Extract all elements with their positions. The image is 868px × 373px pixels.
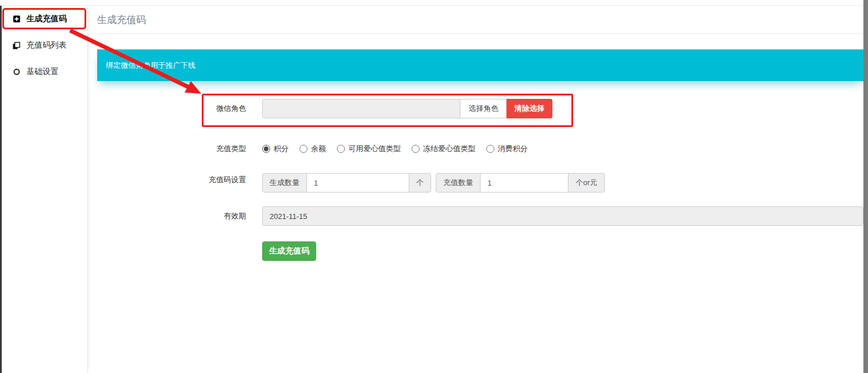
circle-icon [13,68,20,75]
radio-option-frozen-love-value[interactable]: 冻结爱心值类型 [412,144,475,154]
validity-label: 有效期 [97,211,262,221]
title-divider [97,33,863,34]
recharge-type-label: 充值类型 [97,144,262,154]
vertical-scrollbar[interactable] [863,0,868,373]
validity-field-area [262,206,863,226]
radio-option-consumption-points[interactable]: 消费积分 [486,144,528,154]
radio-balance[interactable] [299,145,308,153]
wechat-role-row: 微信角色 选择角色 清除选择 [97,99,863,118]
radio-option-balance[interactable]: 余额 [299,144,326,154]
recharge-amount-input[interactable] [480,173,569,193]
radio-option-available-love-value[interactable]: 可用爱心值类型 [337,144,401,154]
window-top-edge [0,0,863,6]
radio-frozen-love-value[interactable] [412,145,420,153]
recharge-type-row: 充值类型 积分 余额 可用爱心值类型 冻结爱心值类型 消费积分 [97,144,863,154]
sidebar-item-label: 基础设置 [26,67,59,77]
wechat-role-input[interactable] [262,99,460,118]
radio-option-points[interactable]: 积分 [262,144,289,154]
code-settings-row: 充值码设置 生成数量 个 充值数量 个or元 [97,173,863,193]
radio-available-love-value[interactable] [337,145,345,153]
sidebar-item-label: 生成充值码 [26,14,67,24]
select-role-button[interactable]: 选择角色 [460,99,507,118]
sidebar-item-generate-code[interactable]: 生成充值码 [2,9,87,29]
radio-points[interactable] [262,145,270,153]
validity-date-input[interactable] [262,206,863,226]
generate-count-input[interactable] [306,173,409,193]
wechat-role-banner: 绑定微信角色用于推广下线 [97,49,863,81]
generate-count-group: 生成数量 个 [262,173,431,193]
sidebar-item-label: 充值码列表 [26,40,67,51]
generate-count-unit: 个 [409,173,431,193]
recharge-type-options: 积分 余额 可用爱心值类型 冻结爱心值类型 消费积分 [262,144,863,154]
radio-label: 可用爱心值类型 [348,144,401,154]
wechat-role-label: 微信角色 [97,103,262,114]
generate-code-button[interactable]: 生成充值码 [262,241,316,261]
copy-icon [13,42,20,49]
generate-count-addon: 生成数量 [262,173,307,193]
sidebar: 生成充值码 充值码列表 基础设置 [2,6,88,373]
radio-label: 消费积分 [498,144,528,154]
clear-selection-button[interactable]: 清除选择 [506,99,552,118]
main-content: 生成充值码 绑定微信角色用于推广下线 微信角色 选择角色 清除选择 充值类型 积… [88,6,863,373]
page-title: 生成充值码 [97,13,863,28]
radio-label: 余额 [311,144,326,154]
radio-label: 积分 [274,144,289,154]
radio-label: 冻结爱心值类型 [423,144,475,154]
submit-row: 生成充值码 [97,241,863,261]
code-settings-fields: 生成数量 个 充值数量 个or元 [262,173,863,193]
wechat-role-field-area: 选择角色 清除选择 [262,99,863,118]
plus-square-icon [13,16,20,22]
submit-field-area: 生成充值码 [262,241,863,261]
sidebar-item-basic-settings[interactable]: 基础设置 [2,62,87,82]
recharge-amount-addon: 充值数量 [436,173,481,193]
sidebar-item-code-list[interactable]: 充值码列表 [2,36,87,55]
radio-consumption-points[interactable] [486,145,494,153]
validity-row: 有效期 [97,206,863,226]
recharge-amount-group: 充值数量 个or元 [436,173,605,193]
banner-text: 绑定微信角色用于推广下线 [106,60,195,71]
recharge-amount-unit: 个or元 [568,173,605,193]
code-settings-label: 充值码设置 [97,175,262,185]
